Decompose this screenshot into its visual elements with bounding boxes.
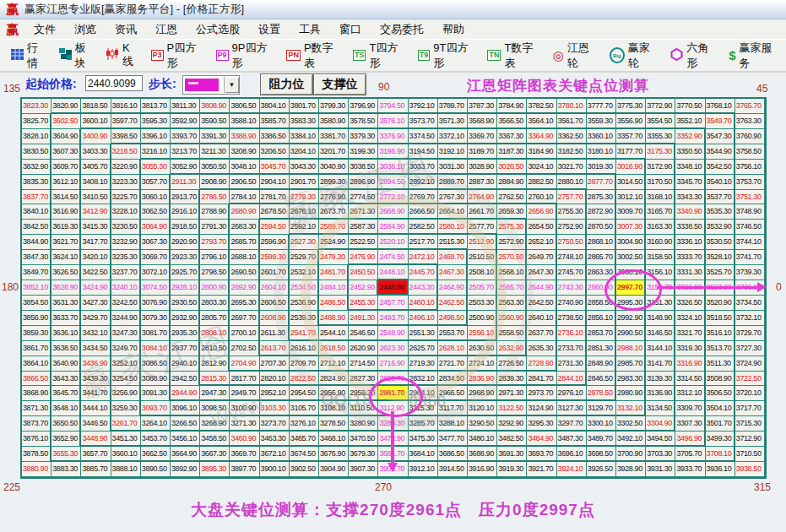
grid-cell: 3861.70: [22, 341, 51, 356]
grid-cell: 2844.10: [557, 372, 587, 387]
grid-cell: 3626.50: [51, 265, 81, 280]
grid-cell: 3765.70: [735, 99, 765, 114]
grid-cell: 3364.90: [527, 129, 556, 144]
grid-cell: 3585.70: [260, 114, 290, 129]
grid-cell: 3717.70: [735, 401, 765, 416]
P9-badge-icon: P9: [216, 50, 229, 61]
toolbar-button-K线[interactable]: K线: [100, 41, 144, 69]
grid-cell: 3564.10: [527, 114, 556, 129]
grid-cell: 3588.10: [230, 114, 259, 129]
grid-cell: 2846.50: [587, 372, 616, 387]
grid-cell: 3924.10: [557, 462, 587, 477]
grid-cell: 2570.50: [497, 250, 527, 265]
grid-cell: 3252.10: [111, 356, 141, 372]
grid-cell: 2594.50: [260, 220, 290, 235]
grid-cell: 3508.90: [706, 372, 735, 387]
grid-cell: 2980.90: [616, 386, 646, 401]
grid-cell: 2913.70: [171, 190, 200, 205]
grid-cell: 2724.10: [468, 356, 497, 372]
grid-cell: 3592.90: [171, 114, 200, 129]
grid-cell: 2656.90: [527, 204, 556, 220]
grid-cell: 3043.30: [290, 160, 319, 175]
grid-cell: 3583.30: [290, 114, 319, 129]
toolbar-button-T数字表[interactable]: TNT数字表: [481, 41, 546, 71]
toolbar-button-行情[interactable]: 行情: [5, 41, 53, 71]
grid-cell: 3547.30: [706, 129, 735, 144]
step-select[interactable]: ▼: [182, 75, 240, 95]
menu-item-8[interactable]: 交易委托: [371, 19, 433, 39]
grid-cell: 3343.30: [675, 190, 705, 205]
grid-cell: 3648.10: [51, 401, 81, 416]
grid-cell: 2748.10: [557, 250, 587, 265]
grid-cell: 2824.90: [319, 372, 349, 387]
grid-cell: 3424.90: [81, 280, 111, 296]
grid-cell: 3487.30: [557, 432, 587, 447]
grid-cell: 3036.10: [378, 160, 408, 175]
menu-item-7[interactable]: 窗口: [330, 19, 371, 39]
grid-cell: 2488.90: [319, 311, 349, 326]
grid-cell: 3856.90: [22, 311, 51, 326]
support-button[interactable]: 支撑位: [313, 73, 366, 95]
toolbar-button-9T四方形[interactable]: T99T四方形: [412, 41, 482, 71]
grid-cell: 3381.70: [319, 129, 349, 144]
grid-cell: 2971.30: [497, 386, 527, 401]
toolbar-button-板块[interactable]: 板块: [53, 41, 101, 71]
grid-cell: 3124.90: [527, 401, 556, 416]
toolbar-button-赢家服务[interactable]: $赢家服务: [723, 41, 786, 71]
start-price-input[interactable]: [85, 75, 143, 91]
grid-cell: 3580.90: [319, 114, 349, 129]
grid-cell: 3331.30: [675, 265, 705, 280]
grid-cell: 3415.30: [81, 220, 111, 235]
grid-cell: 2889.70: [438, 175, 468, 190]
grid-cell: 3074.50: [141, 280, 171, 296]
grid-cell: 3684.10: [409, 447, 438, 462]
menu-item-9[interactable]: 帮助: [433, 19, 474, 39]
menu-item-1[interactable]: 浏览: [65, 19, 106, 39]
grid-cell: 2556.10: [468, 326, 497, 341]
toolbar-button-9P四方形[interactable]: P99P四方形: [210, 41, 281, 71]
toolbar-button-P数字表[interactable]: PNP数字表: [280, 41, 346, 71]
grid-cell: 2604.10: [260, 280, 290, 296]
toolbar-button-赢家轮[interactable]: Big赢家轮: [604, 41, 665, 71]
toolbar-button-江恩轮[interactable]: ◎江恩轮: [547, 41, 604, 71]
axis-label-225: 225: [3, 481, 20, 493]
menu-item-5[interactable]: 设置: [249, 19, 290, 39]
grid-cell: 3012.10: [616, 190, 646, 205]
chevron-down-icon[interactable]: ▼: [224, 77, 239, 93]
grid-cell: 3367.30: [497, 129, 527, 144]
grid-cell: 3350.50: [675, 144, 705, 160]
grid-cell: 2937.70: [171, 341, 200, 356]
grid-cell: 3780.10: [557, 99, 587, 114]
toolbar-button-六角形[interactable]: 六角形: [664, 41, 723, 71]
grid-cell: 2704.90: [230, 356, 259, 372]
toolbar-button-P四方形[interactable]: P3P四方形: [145, 41, 210, 71]
menu-items: 文件浏览资讯江恩公式选股设置工具窗口交易委托帮助: [24, 19, 474, 39]
grid-cell: 3640.90: [51, 356, 81, 372]
grid-cell: 3432.10: [81, 326, 111, 341]
grid-cell: 3760.90: [735, 129, 765, 144]
grid-cell: 2503.30: [468, 296, 497, 311]
toolbar-button-T四方形[interactable]: TST四方形: [347, 41, 412, 71]
menu-item-6[interactable]: 工具: [290, 19, 330, 39]
grid-cell: 3528.10: [706, 250, 735, 265]
grid-cell: 2757.70: [557, 190, 587, 205]
grid-cell: 2836.90: [468, 372, 497, 387]
grid-cell: 2606.50: [260, 296, 290, 311]
grid-cell: 3667.30: [200, 447, 230, 462]
grid-cell: 3211.30: [200, 144, 230, 160]
menu-item-3[interactable]: 江恩: [146, 19, 187, 39]
grid-cell: 3403.30: [81, 144, 111, 160]
grid-cell: 3727.30: [735, 341, 765, 356]
grid-cell: 2464.90: [438, 280, 468, 296]
menu-item-0[interactable]: 文件: [24, 19, 65, 39]
grid-cell: 3624.10: [51, 250, 81, 265]
menu-item-2[interactable]: 资讯: [106, 19, 146, 39]
resistance-button[interactable]: 阻力位: [260, 73, 313, 95]
grid-cell: 2865.70: [587, 250, 616, 265]
grid-cell: 3530.50: [706, 235, 735, 250]
winner-wheel-icon: Big: [610, 47, 625, 63]
grid-cell: 2469.70: [438, 250, 468, 265]
grid-cell: 3724.90: [735, 356, 765, 372]
grid-cell: 2472.10: [409, 250, 438, 265]
menu-item-4[interactable]: 公式选股: [187, 19, 249, 39]
